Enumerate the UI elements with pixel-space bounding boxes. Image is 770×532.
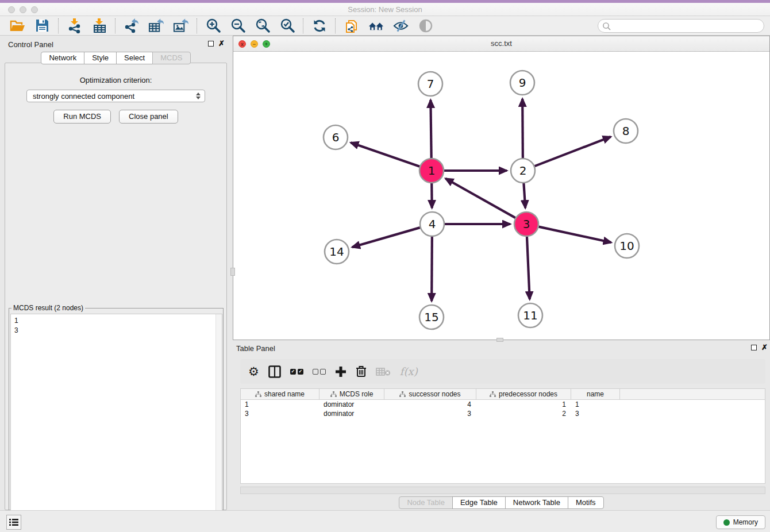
main-toolbar — [0, 16, 770, 36]
graph-edge-2-9[interactable] — [522, 99, 523, 158]
cell-name[interactable]: 3 — [571, 409, 620, 418]
mcds-result-textarea[interactable]: 1 3 — [10, 314, 222, 525]
graph-edge-1-6[interactable] — [351, 142, 419, 167]
cell-predecessor-nodes[interactable]: 1 — [476, 400, 571, 409]
column-type-icon — [399, 391, 406, 397]
search-field-container — [598, 19, 764, 33]
hide-selected-icon[interactable] — [393, 18, 409, 33]
table-panel-header: Table Panel ✗ — [233, 342, 770, 356]
close-panel-button[interactable]: Close panel — [119, 110, 178, 124]
zoom-out-icon[interactable] — [230, 18, 245, 33]
close-panel-icon[interactable]: ✗ — [761, 345, 768, 350]
delete-column-trash-icon[interactable] — [356, 365, 367, 377]
column-header-name[interactable]: name — [571, 389, 620, 399]
deselect-all-checkboxes-icon[interactable] — [313, 369, 326, 375]
column-header-shared-name[interactable]: shared name — [241, 389, 319, 399]
tab-mcds[interactable]: MCDS — [152, 52, 190, 64]
tab-edge-table[interactable]: Edge Table — [452, 496, 506, 509]
network-view-window: x − + scc.txt 7968124314101511 — [233, 36, 770, 340]
tab-style[interactable]: Style — [84, 52, 117, 64]
zoom-in-icon[interactable] — [205, 18, 221, 33]
window-title: Session: New Session — [0, 5, 770, 14]
graph-node-label: 2 — [519, 164, 527, 178]
tab-network[interactable]: Network — [41, 52, 84, 64]
table-panel: Table Panel ✗ ⚙ ✓✓ f(x) — [233, 342, 770, 510]
duplicate-network-icon[interactable] — [344, 18, 359, 33]
tab-node-table[interactable]: Node Table — [399, 496, 453, 509]
cell-successor-nodes[interactable]: 3 — [384, 409, 476, 418]
run-mcds-button[interactable]: Run MCDS — [53, 110, 111, 124]
mcds-result-title: MCDS result (2 nodes) — [11, 304, 85, 312]
tab-select[interactable]: Select — [116, 52, 153, 64]
cell-mcds-role[interactable]: dominator — [319, 409, 384, 418]
first-neighbors-icon[interactable] — [368, 18, 384, 33]
node-table: shared name MCDS role successor nodes pr… — [240, 388, 765, 484]
zoom-fit-icon[interactable] — [255, 18, 270, 33]
open-file-icon[interactable] — [10, 18, 25, 33]
refresh-icon[interactable] — [311, 18, 327, 33]
cell-name[interactable]: 1 — [571, 400, 620, 409]
network-canvas[interactable]: 7968124314101511 — [233, 52, 769, 340]
graph-edge-3-10[interactable] — [538, 227, 611, 242]
network-graph[interactable]: 7968124314101511 — [233, 52, 769, 340]
toolbar-separator — [197, 18, 197, 33]
table-hscroll-strip[interactable] — [240, 487, 765, 494]
export-network-icon[interactable] — [124, 18, 139, 33]
graph-node-label: 9 — [519, 76, 526, 90]
divider-grip[interactable] — [496, 338, 503, 342]
memory-button[interactable]: Memory — [716, 515, 765, 529]
cell-shared-name[interactable]: 3 — [241, 409, 319, 418]
export-image-icon[interactable] — [173, 18, 188, 33]
control-panel: Control Panel ✗ Network Style Select MCD… — [5, 38, 227, 510]
tab-network-table[interactable]: Network Table — [505, 496, 568, 509]
column-settings-gear-icon[interactable]: ⚙ — [248, 365, 259, 378]
criterion-dropdown[interactable]: strongly connected component — [26, 90, 205, 102]
memory-label: Memory — [733, 518, 758, 526]
zoom-selected-icon[interactable] — [279, 18, 295, 33]
column-header-mcds-role[interactable]: MCDS role — [319, 389, 384, 399]
mcds-tab-content: Optimization criterion: strongly connect… — [5, 63, 227, 510]
graph-edge-3-11[interactable] — [527, 237, 530, 299]
graph-edge-1-7[interactable] — [430, 100, 431, 158]
toolbar-separator — [58, 18, 59, 33]
graph-edge-4-15[interactable] — [432, 237, 432, 301]
add-column-icon[interactable] — [335, 366, 346, 377]
tab-motifs[interactable]: Motifs — [568, 496, 604, 509]
table-row[interactable]: 1 dominator 4 1 1 — [241, 400, 765, 409]
close-panel-icon[interactable]: ✗ — [218, 41, 225, 47]
result-scrollbar[interactable] — [215, 314, 222, 524]
graph-node-label: 1 — [428, 164, 436, 178]
export-table-icon[interactable] — [148, 18, 164, 33]
column-type-icon — [330, 391, 337, 397]
import-network-icon[interactable] — [67, 18, 82, 33]
graph-edge-2-8[interactable] — [535, 137, 611, 166]
function-builder-icon: f(x) — [400, 365, 418, 377]
cell-shared-name[interactable]: 1 — [241, 400, 319, 409]
float-panel-icon[interactable] — [208, 41, 214, 47]
save-session-icon[interactable] — [34, 18, 50, 33]
graph-edge-3-1[interactable] — [445, 179, 515, 218]
status-bar: Memory — [0, 510, 770, 532]
show-all-icon[interactable] — [418, 18, 433, 33]
graph-edge-2-3[interactable] — [523, 183, 525, 208]
cell-mcds-role[interactable]: dominator — [319, 400, 384, 409]
network-window-titlebar[interactable]: x − + scc.txt — [233, 36, 769, 52]
split-view-icon[interactable] — [268, 365, 281, 378]
graph-edge-4-14[interactable] — [352, 228, 420, 247]
column-type-icon — [490, 391, 496, 397]
cell-predecessor-nodes[interactable]: 2 — [476, 409, 571, 418]
show-panels-list-button[interactable] — [6, 515, 21, 530]
select-all-checkboxes-icon[interactable]: ✓✓ — [290, 369, 303, 375]
dropdown-stepper-icon — [196, 92, 201, 99]
table-header-row: shared name MCDS role successor nodes pr… — [241, 389, 765, 400]
cell-successor-nodes[interactable]: 4 — [384, 400, 476, 409]
float-panel-icon[interactable] — [751, 345, 757, 350]
search-input[interactable] — [613, 20, 760, 32]
import-table-icon[interactable] — [91, 18, 107, 33]
divider-grip[interactable] — [230, 268, 235, 276]
column-header-predecessor-nodes[interactable]: predecessor nodes — [476, 389, 571, 399]
optimization-criterion-label: Optimization criterion: — [5, 76, 226, 84]
memory-status-icon — [723, 519, 730, 526]
column-header-successor-nodes[interactable]: successor nodes — [384, 389, 476, 399]
table-row[interactable]: 3 dominator 3 2 3 — [241, 409, 765, 418]
